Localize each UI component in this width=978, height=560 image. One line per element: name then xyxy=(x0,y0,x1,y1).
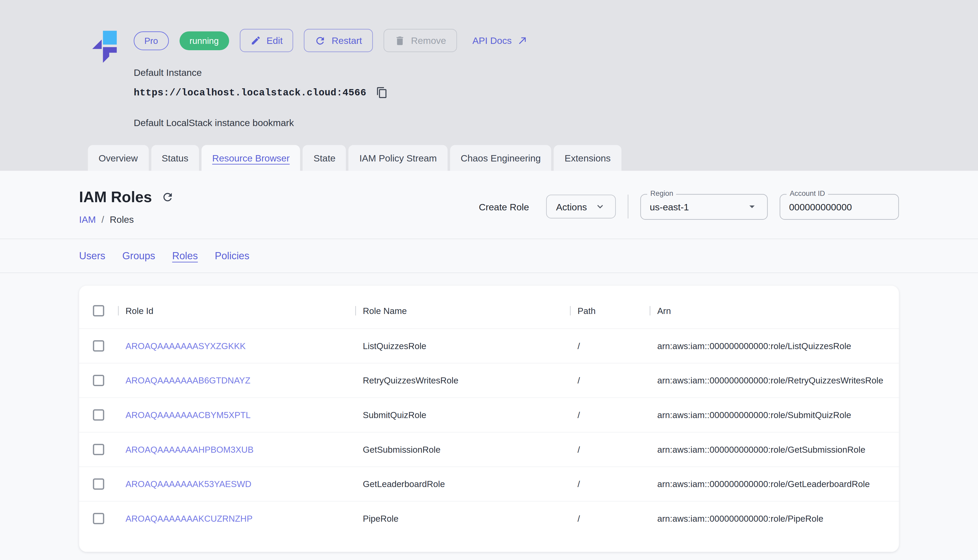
account-id-label: Account ID xyxy=(787,189,828,197)
breadcrumb-iam-link[interactable]: IAM xyxy=(79,214,96,225)
edit-button[interactable]: Edit xyxy=(240,29,293,52)
table-row: AROAQAAAAAAAB6GTDNAYZ RetryQuizzesWrites… xyxy=(79,363,899,397)
row-checkbox[interactable] xyxy=(93,409,104,421)
row-checkbox[interactable] xyxy=(93,340,104,352)
instance-url: https://localhost.localstack.cloud:4566 xyxy=(134,87,366,98)
subtab-users[interactable]: Users xyxy=(79,250,105,262)
chevron-down-icon xyxy=(595,201,606,212)
path-cell: / xyxy=(570,375,650,386)
region-select[interactable]: Region us-east-1 xyxy=(640,194,768,219)
tab-extensions[interactable]: Extensions xyxy=(554,145,621,171)
refresh-icon xyxy=(162,191,174,203)
tab-state[interactable]: State xyxy=(303,145,346,171)
restart-button[interactable]: Restart xyxy=(304,29,373,52)
role-name-cell: ListQuizzesRole xyxy=(355,341,570,351)
page-head: IAM Roles IAM / Roles Create Role Action… xyxy=(0,171,978,239)
breadcrumb-separator: / xyxy=(102,214,104,225)
role-id-link[interactable]: AROAQAAAAAAAHPBOM3XUB xyxy=(118,445,355,455)
actions-dropdown-button[interactable]: Actions xyxy=(546,195,616,218)
account-id-input[interactable] xyxy=(789,201,890,212)
arn-cell: arn:aws:iam::000000000000:role/GetSubmis… xyxy=(650,445,899,455)
role-id-link[interactable]: AROAQAAAAAAAB6GTDNAYZ xyxy=(118,375,355,386)
table-header-row: Role Id Role Name Path Arn xyxy=(79,293,899,328)
role-name-cell: RetryQuizzesWritesRole xyxy=(355,375,570,386)
account-id-field: Account ID xyxy=(780,194,899,219)
column-header-path[interactable]: Path xyxy=(570,306,650,316)
role-id-link[interactable]: AROAQAAAAAAAK53YAESWD xyxy=(118,479,355,489)
column-header-role-id[interactable]: Role Id xyxy=(118,306,355,316)
role-id-link[interactable]: AROAQAAAAAAASYXZGKKK xyxy=(118,341,355,351)
role-name-cell: PipeRole xyxy=(355,513,570,523)
external-link-icon xyxy=(517,35,528,46)
role-id-link[interactable]: AROAQAAAAAAAKCUZRNZHP xyxy=(118,513,355,523)
row-checkbox[interactable] xyxy=(93,478,104,490)
trash-icon xyxy=(394,35,405,46)
controls-divider xyxy=(628,195,628,218)
path-cell: / xyxy=(570,513,650,523)
role-name-cell: SubmitQuizRole xyxy=(355,410,570,420)
running-status-badge: running xyxy=(180,31,229,50)
pencil-icon xyxy=(250,35,261,46)
row-checkbox[interactable] xyxy=(93,375,104,386)
api-docs-link[interactable]: API Docs xyxy=(473,35,528,46)
path-cell: / xyxy=(570,445,650,455)
restart-icon xyxy=(315,35,326,46)
arn-cell: arn:aws:iam::000000000000:role/SubmitQui… xyxy=(650,410,899,420)
copy-icon xyxy=(376,87,388,98)
instance-tabs: Overview Status Resource Browser State I… xyxy=(0,145,978,171)
arn-cell: arn:aws:iam::000000000000:role/GetLeader… xyxy=(650,479,899,489)
role-name-cell: GetSubmissionRole xyxy=(355,445,570,455)
tab-iam-policy-stream[interactable]: IAM Policy Stream xyxy=(349,145,448,171)
tab-status[interactable]: Status xyxy=(151,145,199,171)
role-id-link[interactable]: AROAQAAAAAAACBYM5XPTL xyxy=(118,410,355,420)
resource-browser-content: IAM Roles IAM / Roles Create Role Action… xyxy=(0,171,978,552)
table-row: AROAQAAAAAAAK53YAESWD GetLeaderboardRole… xyxy=(79,467,899,501)
column-header-role-name[interactable]: Role Name xyxy=(355,306,570,316)
table-row: AROAQAAAAAAASYXZGKKK ListQuizzesRole / a… xyxy=(79,328,899,363)
tab-overview[interactable]: Overview xyxy=(88,145,148,171)
arn-cell: arn:aws:iam::000000000000:role/ListQuizz… xyxy=(650,341,899,351)
table-row: AROAQAAAAAAAKCUZRNZHP PipeRole / arn:aws… xyxy=(79,501,899,536)
path-cell: / xyxy=(570,341,650,351)
select-all-checkbox[interactable] xyxy=(93,305,104,316)
copy-url-button[interactable] xyxy=(376,87,388,98)
table-row: AROAQAAAAAAACBYM5XPTL SubmitQuizRole / a… xyxy=(79,397,899,432)
row-checkbox[interactable] xyxy=(93,444,104,455)
breadcrumb: IAM / Roles xyxy=(79,214,174,225)
pro-badge: Pro xyxy=(134,31,169,50)
table-row: AROAQAAAAAAAHPBOM3XUB GetSubmissionRole … xyxy=(79,432,899,467)
instance-name: Default Instance xyxy=(134,67,528,78)
region-label: Region xyxy=(647,189,676,197)
breadcrumb-current: Roles xyxy=(110,214,134,225)
tab-resource-browser[interactable]: Resource Browser xyxy=(202,145,300,171)
create-role-button[interactable]: Create Role xyxy=(474,201,534,212)
row-checkbox[interactable] xyxy=(93,513,104,524)
role-name-cell: GetLeaderboardRole xyxy=(355,479,570,489)
dropdown-caret-icon xyxy=(746,200,758,213)
subtab-policies[interactable]: Policies xyxy=(215,250,250,262)
refresh-button[interactable] xyxy=(162,191,174,203)
localstack-app: Pro running Edit Restart Remove xyxy=(0,0,978,560)
arn-cell: arn:aws:iam::000000000000:role/PipeRole xyxy=(650,513,899,523)
instance-description: Default LocalStack instance bookmark xyxy=(134,117,528,128)
roles-table-card: Role Id Role Name Path Arn AROAQAAAAAAAS… xyxy=(79,286,899,552)
localstack-logo-icon xyxy=(91,28,124,64)
path-cell: / xyxy=(570,479,650,489)
page-controls: Create Role Actions Region us-east-1 Acc… xyxy=(474,194,899,219)
subtab-roles[interactable]: Roles xyxy=(172,250,198,262)
remove-button[interactable]: Remove xyxy=(383,29,457,52)
path-cell: / xyxy=(570,410,650,420)
instance-header: Pro running Edit Restart Remove xyxy=(0,0,978,171)
page-title: IAM Roles xyxy=(79,188,152,206)
tab-chaos-engineering[interactable]: Chaos Engineering xyxy=(450,145,551,171)
iam-subnav: Users Groups Roles Policies xyxy=(0,239,978,273)
subtab-groups[interactable]: Groups xyxy=(122,250,155,262)
column-header-arn[interactable]: Arn xyxy=(650,306,899,316)
arn-cell: arn:aws:iam::000000000000:role/RetryQuiz… xyxy=(650,375,899,386)
region-value: us-east-1 xyxy=(650,201,689,212)
